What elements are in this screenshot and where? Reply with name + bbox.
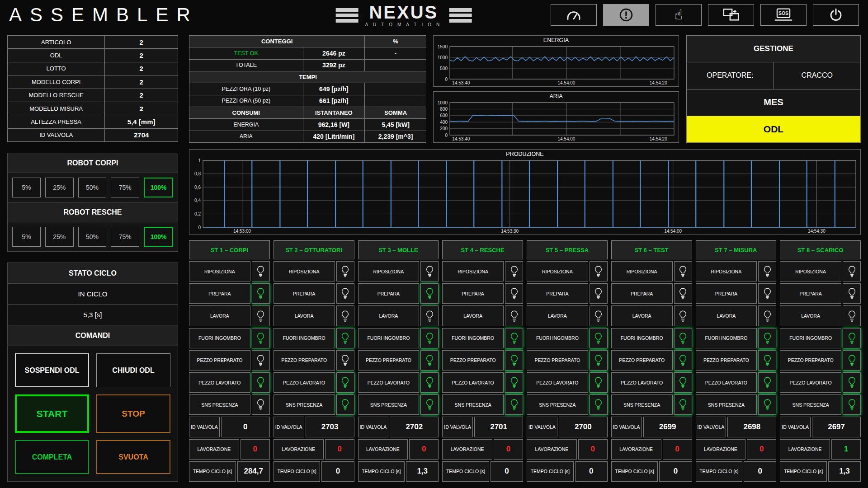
- robot-speed-button[interactable]: 50%: [78, 227, 107, 247]
- lamp-icon: [336, 261, 354, 282]
- robot-speed-button[interactable]: 100%: [144, 178, 173, 197]
- lamp-icon: [420, 372, 439, 393]
- svg-text:500: 500: [440, 66, 448, 71]
- alarms-button[interactable]: [603, 4, 649, 26]
- station-indicator-row: PREPARA: [527, 283, 608, 304]
- info-value: 2: [105, 102, 178, 115]
- completa-button[interactable]: COMPLETA: [15, 440, 89, 474]
- lamp-icon: [758, 305, 776, 326]
- station-title: ST 8 – SCARICO: [780, 240, 861, 259]
- aria-somma-value: 2,239 [m^3]: [365, 131, 426, 142]
- station-indicator-row: PEZZO LAVORATO: [611, 372, 692, 393]
- station-column: ST 6 – TESTRIPOSIZIONAPREPARALAVORAFUORI…: [611, 240, 692, 482]
- indicator-label: RIPOSIZIONA: [780, 261, 841, 282]
- station-id-row: ID VALVOLA2698: [696, 417, 777, 437]
- indicator-label: RIPOSIZIONA: [189, 261, 250, 282]
- indicator-label: PREPARA: [358, 283, 420, 304]
- indicator-label: FUORI INGOMBRO: [358, 328, 420, 348]
- sospendi-odl-button[interactable]: SOSPENDI ODL: [15, 353, 89, 387]
- robot-speed-button[interactable]: 100%: [144, 227, 173, 247]
- indicator-label: LAVORA: [696, 305, 757, 326]
- operator-value: CRACCO: [774, 62, 861, 89]
- lamp-icon: [590, 328, 608, 348]
- station-id-row: ID VALVOLA0: [189, 417, 270, 437]
- svuota-button[interactable]: SVUOTA: [96, 440, 170, 474]
- comandi-buttons: SOSPENDI ODLCHIUDI ODLSTARTSTOPCOMPLETAS…: [8, 346, 178, 481]
- robot-speed-button[interactable]: 25%: [45, 227, 74, 247]
- chiudi-odl-button[interactable]: CHIUDI ODL: [96, 353, 170, 387]
- station-column: ST 2 – OTTURATORIRIPOSIZIONAPREPARALAVOR…: [274, 240, 354, 482]
- energia-somma-value: 5,45 [kW]: [365, 119, 426, 130]
- station-indicator-row: SNS PRESENZA: [442, 394, 523, 415]
- lavorazione-label: LAVORAZIONE: [274, 439, 324, 460]
- stop-button[interactable]: STOP: [96, 394, 170, 433]
- gestione-panel: GESTIONE OPERATORE: CRACCO MES ODL: [686, 35, 861, 143]
- totale-value: 3292 pz: [303, 60, 365, 71]
- odl-button[interactable]: ODL: [687, 116, 860, 142]
- indicator-label: SNS PRESENZA: [611, 394, 673, 415]
- mes-button[interactable]: MES: [687, 89, 860, 116]
- alert-icon: [619, 8, 633, 22]
- svg-text:14:53:40: 14:53:40: [452, 136, 470, 141]
- indicator-label: PEZZO LAVORATO: [611, 372, 673, 393]
- start-button[interactable]: START: [15, 394, 89, 433]
- lamp-icon: [505, 283, 523, 304]
- robot-speed-button[interactable]: 75%: [111, 227, 139, 247]
- logo-text: NEXUS: [363, 3, 444, 21]
- screens-button[interactable]: [708, 4, 754, 26]
- station-indicator-row: PEZZO PREPARATO: [189, 350, 270, 371]
- tempo-ciclo-label: TEMPO CICLO [s]: [358, 461, 405, 482]
- lamp-icon: [336, 305, 354, 326]
- indicator-label: LAVORA: [527, 305, 588, 326]
- robot-speed-button[interactable]: 25%: [45, 178, 74, 197]
- station-column: ST 5 – PRESSARIPOSIZIONAPREPARALAVORAFUO…: [527, 240, 608, 482]
- svg-text:1: 1: [198, 158, 201, 163]
- indicator-label: PEZZO PREPARATO: [611, 350, 673, 371]
- conteggi-header: CONTEGGI: [189, 36, 364, 47]
- istantaneo-header: ISTANTANEO: [303, 107, 365, 118]
- lamp-icon: [420, 394, 439, 415]
- energia-chart-title: ENERGIA: [434, 36, 679, 44]
- id-valvola-value: 2697: [812, 417, 861, 437]
- dashboard-button[interactable]: [551, 4, 597, 26]
- robot-speed-button[interactable]: 75%: [111, 178, 139, 197]
- lavorazione-value: 0: [663, 439, 692, 460]
- indicator-label: SNS PRESENZA: [780, 394, 841, 415]
- manual-mode-button[interactable]: ☝: [656, 4, 702, 26]
- station-indicator-row: LAVORA: [611, 305, 692, 326]
- info-label: LOTTO: [8, 62, 104, 75]
- robot-speed-button[interactable]: 5%: [12, 227, 41, 247]
- svg-text:0: 0: [445, 77, 448, 82]
- info-label: ODL: [8, 49, 104, 61]
- energia-istantaneo-value: 962,16 [W]: [303, 119, 365, 130]
- tempo-ciclo-label: TEMPO CICLO [s]: [527, 461, 574, 482]
- power-button[interactable]: [813, 4, 859, 26]
- indicator-label: PREPARA: [780, 283, 841, 304]
- info-value: 2: [105, 62, 178, 75]
- info-value: 2: [105, 89, 178, 102]
- station-id-row: ID VALVOLA2699: [611, 417, 692, 437]
- svg-text:14:54:20: 14:54:20: [650, 80, 667, 85]
- lavorazione-label: LAVORAZIONE: [611, 439, 661, 460]
- pezzi-ora-10-value: 649 [pz/h]: [303, 83, 365, 94]
- energia-chart-panel: ENERGIA 05001000150014:53:4014:54:0014:5…: [433, 35, 679, 87]
- consumi-header: CONSUMI: [189, 107, 303, 118]
- station-indicator-row: SNS PRESENZA: [611, 394, 692, 415]
- robot-speed-button[interactable]: 50%: [78, 178, 107, 197]
- stato-ciclo-panel: STATO CICLO IN CICLO 5,3 [s] COMANDI SOS…: [7, 263, 178, 482]
- lamp-icon: [843, 283, 861, 304]
- info-table: ARTICOLO2ODL2LOTTO2MODELLO CORPI2MODELLO…: [7, 35, 178, 142]
- id-valvola-label: ID VALVOLA: [611, 417, 642, 437]
- lamp-icon: [336, 328, 354, 348]
- station-indicator-row: RIPOSIZIONA: [442, 261, 523, 282]
- lamp-icon: [590, 350, 608, 371]
- indicator-label: RIPOSIZIONA: [274, 261, 335, 282]
- robot-speed-button[interactable]: 5%: [12, 178, 41, 197]
- lamp-icon: [590, 305, 608, 326]
- station-indicator-row: PEZZO LAVORATO: [527, 372, 608, 393]
- lamp-icon: [758, 261, 776, 282]
- svg-text:14:54:30: 14:54:30: [808, 229, 826, 234]
- station-indicator-row: PEZZO PREPARATO: [358, 350, 439, 371]
- indicator-label: PEZZO PREPARATO: [274, 350, 335, 371]
- sos-button[interactable]: SOS: [760, 4, 807, 26]
